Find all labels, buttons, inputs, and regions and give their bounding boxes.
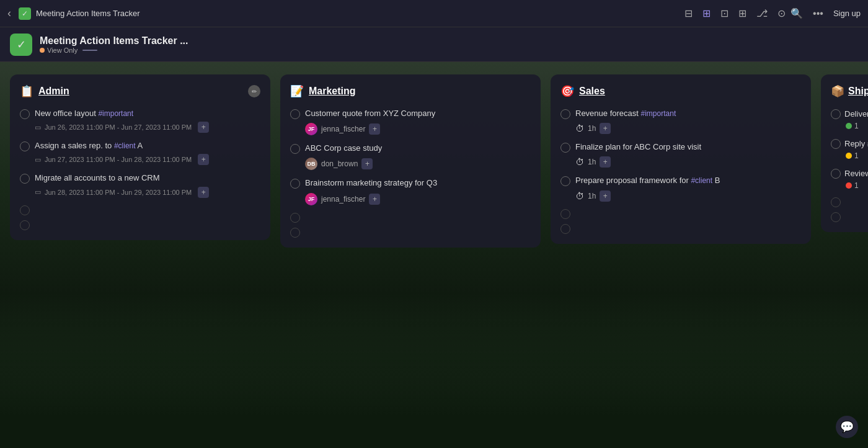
marketing-empty-check-1[interactable]: [290, 213, 300, 223]
admin-task-3-text: Migrate all accounts to a new CRM: [35, 172, 160, 184]
sales-task-1-text: Revenue forecast #important: [575, 108, 676, 119]
sales-task-3-checkbox[interactable]: [560, 176, 570, 186]
admin-task-2-row: Assign a sales rep. to #client A: [20, 140, 260, 151]
calendar-view-icon[interactable]: ⊡: [720, 7, 728, 19]
back-button[interactable]: ‹: [7, 7, 11, 20]
shipping-task-3: Review 1: [831, 168, 868, 190]
more-options-icon[interactable]: •••: [813, 8, 823, 19]
admin-task-1-checkbox[interactable]: [20, 109, 30, 119]
don-avatar: DB: [305, 158, 317, 170]
boards-container: 📋 Admin ✏ New office layout #important ▭…: [0, 62, 868, 448]
sales-task-1-duration: 1h: [588, 124, 596, 133]
shipping-task-2-badge: 1: [846, 151, 868, 160]
admin-task-1-text: New office layout #important: [35, 108, 133, 119]
marketing-task-3-checkbox[interactable]: [290, 179, 300, 189]
nav-right: 🔍 ••• Sign up: [790, 7, 861, 19]
marketing-task-1-assignee: JF jenna_fischer +: [305, 123, 531, 135]
board-sales-header: 🎯 Sales: [560, 84, 801, 98]
marketing-task-3: Brainstorm marketing strategy for Q3 JF …: [290, 177, 531, 205]
marketing-task-1-add[interactable]: +: [369, 123, 380, 135]
marketing-board-title: Marketing: [309, 86, 356, 97]
marketing-task-2-text: ABC Corp case study: [305, 143, 382, 154]
sales-task-2-add[interactable]: +: [600, 156, 611, 168]
admin-task-2-meta: ▭ Jun 27, 2023 11:00 PM - Jun 28, 2023 1…: [35, 154, 260, 165]
shipping-task-1-badge: 1: [846, 122, 868, 130]
sales-board-title: Sales: [579, 86, 605, 97]
board-view-icon[interactable]: ⊞: [702, 7, 711, 19]
admin-task-1: New office layout #important ▭ Jun 26, 2…: [20, 108, 260, 133]
view-only-badge: View Only: [40, 47, 188, 54]
shipping-task-3-badge: 1: [846, 181, 868, 190]
admin-task-3-checkbox[interactable]: [20, 174, 30, 184]
shipping-task-2-count: 1: [854, 151, 859, 160]
admin-task-1-row: New office layout #important: [20, 108, 260, 119]
signup-button[interactable]: Sign up: [833, 9, 861, 18]
red-badge-dot: [846, 182, 852, 189]
shipping-board-icon: 📦: [831, 84, 844, 98]
admin-task-3-meta: ▭ Jun 28, 2023 11:00 PM - Jun 29, 2023 1…: [35, 187, 260, 198]
nav-title: Meeting Action Items Tracker: [36, 9, 680, 18]
admin-empty-check-1[interactable]: [20, 205, 30, 215]
client-tag-sales: #client: [691, 176, 712, 185]
jenna-avatar-2: JF: [305, 193, 317, 205]
board-admin-header: 📋 Admin ✏: [20, 84, 260, 98]
board-shipping: 📦 Shipp Deliver 1 Reply #: [821, 74, 868, 232]
marketing-task-2: ABC Corp case study DB don_brown +: [290, 143, 531, 170]
admin-task-2-date: Jun 27, 2023 11:00 PM - Jun 28, 2023 11:…: [45, 156, 192, 163]
view-only-dot: [40, 48, 45, 53]
shipping-task-3-checkbox[interactable]: [831, 169, 841, 179]
team-icon[interactable]: ⊙: [777, 7, 786, 19]
jenna-name-2: jenna_fischer: [321, 195, 365, 204]
marketing-empty-check-2[interactable]: [290, 228, 300, 238]
shipping-task-2-text: Reply #: [844, 139, 868, 148]
admin-edit-button[interactable]: ✏: [248, 85, 260, 97]
marketing-task-3-add[interactable]: +: [369, 194, 380, 205]
app-logo: ✓: [19, 7, 31, 20]
admin-task-3-add[interactable]: +: [198, 187, 209, 198]
admin-task-3-row: Migrate all accounts to a new CRM: [20, 172, 260, 184]
sales-task-3-time: ⏱ 1h +: [575, 190, 801, 202]
view-only-line: [82, 50, 97, 51]
sales-task-2-time: ⏱ 1h +: [575, 156, 801, 168]
share-icon[interactable]: ⎇: [756, 7, 768, 19]
board-sales: 🎯 Sales Revenue forecast #important ⏱ 1h…: [551, 74, 811, 244]
list-view-icon[interactable]: ⊟: [684, 7, 693, 19]
shipping-task-2-checkbox[interactable]: [831, 139, 841, 149]
marketing-task-3-row: Brainstorm marketing strategy for Q3: [290, 177, 531, 189]
board-admin: 📋 Admin ✏ New office layout #important ▭…: [10, 74, 270, 240]
search-icon[interactable]: 🔍: [790, 7, 803, 19]
marketing-task-1-checkbox[interactable]: [290, 109, 300, 119]
sales-task-3-duration: 1h: [588, 192, 596, 200]
shipping-task-1-text: Deliver: [844, 109, 868, 119]
admin-empty-check-2[interactable]: [20, 220, 30, 230]
calendar-meta-icon-2: ▭: [35, 156, 41, 164]
admin-task-2-checkbox[interactable]: [20, 141, 30, 151]
yellow-badge-dot: [846, 153, 852, 159]
sales-empty-checks: [560, 209, 801, 234]
marketing-task-1-row: Customer quote from XYZ Company: [290, 108, 531, 119]
shipping-task-1-row: Deliver: [831, 108, 868, 119]
sales-empty-check-2[interactable]: [560, 224, 570, 234]
sales-task-1-checkbox[interactable]: [560, 109, 570, 119]
sales-task-1-add[interactable]: +: [600, 123, 611, 134]
sales-task-3-add[interactable]: +: [600, 190, 611, 202]
shipping-empty-check-2[interactable]: [831, 212, 841, 222]
shipping-task-1-checkbox[interactable]: [831, 109, 841, 119]
shipping-task-2-row: Reply #: [831, 138, 868, 149]
shipping-empty-check-1[interactable]: [831, 197, 841, 207]
sales-task-3: Prepare proposal framework for #client B…: [560, 175, 801, 201]
shipping-task-1: Deliver 1: [831, 108, 868, 130]
admin-task-1-add[interactable]: +: [198, 122, 209, 133]
marketing-task-1-text: Customer quote from XYZ Company: [305, 108, 435, 119]
marketing-task-2-checkbox[interactable]: [290, 144, 300, 154]
marketing-task-2-add[interactable]: +: [361, 158, 373, 169]
sales-empty-check-1[interactable]: [560, 209, 570, 219]
sales-task-1: Revenue forecast #important ⏱ 1h +: [560, 108, 801, 134]
marketing-task-2-assignee: DB don_brown +: [305, 158, 531, 170]
admin-task-2-add[interactable]: +: [198, 154, 209, 165]
sales-task-2-checkbox[interactable]: [560, 143, 570, 153]
content-area: 📋 Admin ✏ New office layout #important ▭…: [0, 62, 868, 448]
marketing-task-1: Customer quote from XYZ Company JF jenna…: [290, 108, 531, 135]
chat-icon[interactable]: 💬: [836, 416, 858, 438]
table-view-icon[interactable]: ⊞: [738, 7, 746, 19]
